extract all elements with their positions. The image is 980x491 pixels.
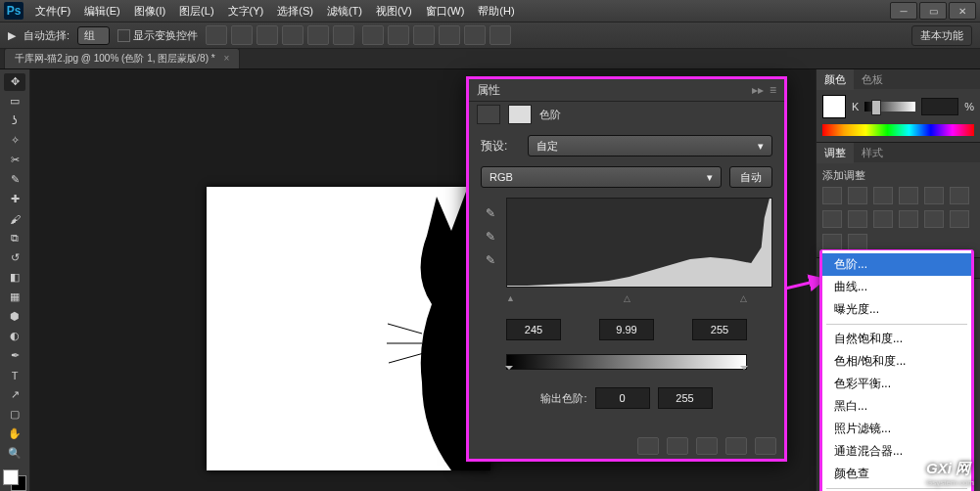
adj-icon[interactable]: [899, 210, 918, 228]
adj-icon[interactable]: [822, 187, 842, 204]
distribute-icon[interactable]: [388, 25, 409, 45]
hand-tool[interactable]: ✋: [4, 424, 25, 442]
gray-point-eyedropper[interactable]: ✎: [482, 228, 499, 246]
align-icon[interactable]: [206, 25, 227, 45]
blur-tool[interactable]: ⬢: [4, 308, 25, 326]
document-canvas[interactable]: [207, 187, 490, 470]
distribute-icon[interactable]: [362, 25, 384, 45]
path-tool[interactable]: ↗: [4, 386, 25, 404]
pen-tool[interactable]: ✒: [4, 347, 25, 365]
properties-header[interactable]: 属性 ▸▸≡: [469, 79, 784, 102]
tab-styles[interactable]: 样式: [854, 143, 891, 163]
black-point-eyedropper[interactable]: ✎: [482, 204, 499, 222]
input-sliders[interactable]: ▲△△: [506, 293, 747, 303]
mask-icon[interactable]: [508, 105, 532, 124]
adj-icon[interactable]: [873, 210, 893, 228]
marquee-tool[interactable]: ▭: [4, 93, 25, 111]
brush-tool[interactable]: 🖌: [4, 210, 25, 228]
wand-tool[interactable]: ✧: [4, 132, 25, 150]
menu-select[interactable]: 选择(S): [271, 2, 319, 21]
histogram[interactable]: ✎ ✎ ✎: [506, 198, 772, 288]
properties-panel[interactable]: 属性 ▸▸≡ 色阶 预设: 自定▾ RGB▾ 自动 ✎ ✎ ✎ ▲△△: [466, 76, 787, 462]
distribute-icon[interactable]: [490, 25, 511, 45]
k-slider[interactable]: [864, 102, 915, 112]
menu-edit[interactable]: 编辑(E): [78, 2, 126, 21]
close-button[interactable]: ✕: [949, 2, 976, 20]
input-gamma-field[interactable]: [599, 319, 654, 340]
visibility-icon[interactable]: [725, 437, 747, 455]
adj-icon[interactable]: [924, 210, 944, 228]
tab-adjustments[interactable]: 调整: [817, 143, 854, 163]
align-icon[interactable]: [282, 25, 303, 45]
type-tool[interactable]: T: [4, 367, 25, 384]
menu-type[interactable]: 文字(Y): [222, 2, 270, 21]
distribute-icon[interactable]: [413, 25, 435, 45]
maximize-button[interactable]: ▭: [919, 2, 947, 20]
menu-layer[interactable]: 图层(L): [173, 2, 219, 21]
auto-select-dropdown[interactable]: 组: [77, 26, 110, 45]
clip-icon[interactable]: [637, 437, 659, 455]
k-value-input[interactable]: [921, 98, 958, 115]
menu-item-exposure[interactable]: 曝光度...: [822, 298, 971, 321]
history-brush-tool[interactable]: ↺: [4, 249, 25, 267]
move-tool[interactable]: ✥: [4, 73, 25, 91]
white-point-eyedropper[interactable]: ✎: [482, 251, 499, 269]
distribute-icon[interactable]: [464, 25, 486, 45]
document-tab[interactable]: 千库网-猫2.jpg @ 100% (色阶 1, 图层蒙版/8) * ×: [4, 48, 240, 68]
panel-menu-icon[interactable]: ≡: [770, 83, 776, 97]
menu-view[interactable]: 视图(V): [370, 2, 418, 21]
align-icon[interactable]: [307, 25, 329, 45]
trash-icon[interactable]: [755, 437, 776, 455]
menu-item-color-balance[interactable]: 色彩平衡...: [822, 373, 971, 395]
eraser-tool[interactable]: ◧: [4, 269, 25, 287]
input-black-field[interactable]: [506, 319, 561, 340]
menu-item-photo-filter[interactable]: 照片滤镜...: [822, 418, 971, 440]
menu-help[interactable]: 帮助(H): [472, 2, 520, 21]
output-white-field[interactable]: [658, 387, 713, 409]
menu-window[interactable]: 窗口(W): [420, 2, 471, 21]
menu-item-curves[interactable]: 曲线...: [822, 276, 971, 298]
output-gradient[interactable]: [506, 354, 747, 370]
show-transform-checkbox[interactable]: 显示变换控件: [117, 28, 198, 43]
tab-swatches[interactable]: 色板: [854, 69, 891, 90]
prev-state-icon[interactable]: [667, 437, 688, 455]
adj-icon[interactable]: [822, 210, 842, 228]
eyedropper-tool[interactable]: ✎: [4, 171, 25, 189]
menu-filter[interactable]: 滤镜(T): [321, 2, 368, 21]
output-black-field[interactable]: [595, 387, 650, 409]
stamp-tool[interactable]: ⧉: [4, 230, 25, 247]
align-icon[interactable]: [257, 25, 278, 45]
minimize-button[interactable]: ─: [890, 2, 917, 20]
color-swatch[interactable]: [822, 95, 846, 118]
crop-tool[interactable]: ✂: [4, 152, 25, 169]
zoom-tool[interactable]: 🔍: [4, 444, 25, 462]
fg-bg-swatch[interactable]: [3, 469, 26, 491]
adj-icon[interactable]: [848, 210, 867, 228]
menu-image[interactable]: 图像(I): [128, 2, 171, 21]
tab-color[interactable]: 颜色: [817, 69, 854, 90]
menu-file[interactable]: 文件(F): [29, 2, 76, 21]
adj-icon[interactable]: [950, 210, 969, 228]
align-icon[interactable]: [333, 25, 354, 45]
menu-item-bw[interactable]: 黑白...: [822, 395, 971, 418]
menu-item-vibrance[interactable]: 自然饱和度...: [822, 328, 971, 350]
adj-icon[interactable]: [848, 187, 867, 204]
channel-dropdown[interactable]: RGB▾: [481, 166, 722, 188]
adj-icon[interactable]: [924, 187, 944, 204]
align-icon[interactable]: [231, 25, 253, 45]
preset-dropdown[interactable]: 自定▾: [528, 135, 772, 156]
auto-button[interactable]: 自动: [729, 166, 772, 188]
heal-tool[interactable]: ✚: [4, 191, 25, 208]
close-tab-icon[interactable]: ×: [223, 53, 229, 64]
adj-icon[interactable]: [950, 187, 969, 204]
collapse-icon[interactable]: ▸▸: [752, 83, 764, 97]
menu-item-levels[interactable]: 色阶...: [822, 253, 971, 276]
adj-icon[interactable]: [899, 187, 918, 204]
menu-item-hue[interactable]: 色相/饱和度...: [822, 350, 971, 373]
distribute-icon[interactable]: [439, 25, 460, 45]
adj-icon[interactable]: [873, 187, 893, 204]
input-white-field[interactable]: [692, 319, 747, 340]
shape-tool[interactable]: ▢: [4, 405, 25, 423]
hue-strip[interactable]: [822, 124, 974, 136]
reset-icon[interactable]: [696, 437, 718, 455]
